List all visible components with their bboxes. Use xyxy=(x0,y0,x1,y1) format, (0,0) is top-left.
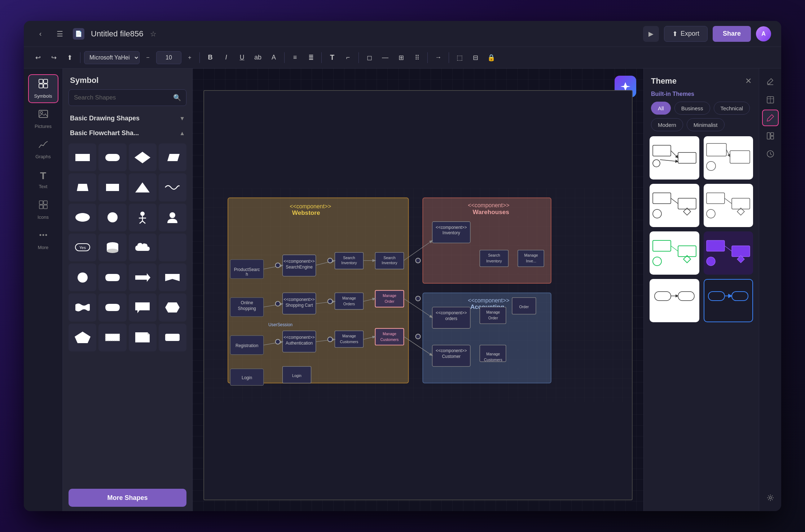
shape-trapezoid[interactable] xyxy=(69,173,96,201)
star-icon[interactable]: ☆ xyxy=(150,30,157,38)
bold-button[interactable]: B xyxy=(203,51,217,65)
sidebar-item-graphs[interactable]: Graphs xyxy=(28,135,58,164)
menu-button[interactable]: ☰ xyxy=(53,27,66,40)
shape-wave[interactable] xyxy=(159,173,186,201)
theme-card-3[interactable] xyxy=(650,184,699,227)
sidebar-item-icons[interactable]: Icons xyxy=(28,195,58,224)
shape-ellipse[interactable] xyxy=(69,204,96,231)
dots-button[interactable]: ⠿ xyxy=(410,51,424,65)
underline-button[interactable]: U xyxy=(235,51,249,65)
share-button[interactable]: Share xyxy=(713,26,751,42)
svg-text:Authentication: Authentication xyxy=(286,341,313,346)
toolbar-divider-2 xyxy=(199,52,200,63)
shape-stadium[interactable] xyxy=(98,293,126,321)
shape-wave2[interactable] xyxy=(69,293,96,321)
right-history-button[interactable] xyxy=(762,146,779,162)
fill-button[interactable]: ◻ xyxy=(362,51,376,65)
shape-rounded-rect[interactable] xyxy=(98,143,126,171)
svg-text:UserSession: UserSession xyxy=(268,322,292,327)
font-color-button[interactable]: A xyxy=(267,51,281,65)
shape-pentagon[interactable] xyxy=(69,324,96,351)
shape-circle2[interactable] xyxy=(69,263,96,291)
sidebar-item-more[interactable]: More xyxy=(28,226,58,254)
theme-card-8[interactable] xyxy=(704,279,753,322)
sidebar-item-text[interactable]: T Text xyxy=(28,165,58,194)
border-button[interactable]: ⊞ xyxy=(394,51,408,65)
shapes-row-1 xyxy=(69,143,186,171)
text-button[interactable]: T xyxy=(325,51,339,65)
svg-text:Manage: Manage xyxy=(383,293,396,298)
basic-drawing-section-header[interactable]: Basic Drawing Shapes ▼ xyxy=(63,111,192,126)
redo-button[interactable]: ↪ xyxy=(47,51,61,65)
strikethrough-button[interactable]: ab xyxy=(251,51,265,65)
search-input[interactable] xyxy=(74,94,170,101)
shape-note[interactable] xyxy=(129,324,157,351)
svg-rect-14 xyxy=(105,154,120,161)
theme-card-2[interactable] xyxy=(704,136,753,179)
svg-line-26 xyxy=(142,221,145,223)
basic-flowchart-section-header[interactable]: Basic Flowchart Sha... ▲ xyxy=(63,126,192,141)
right-table-button[interactable] xyxy=(762,92,779,108)
theme-filter-business[interactable]: Business xyxy=(674,102,710,115)
italic-button[interactable]: I xyxy=(219,51,233,65)
line-button[interactable]: — xyxy=(378,51,392,65)
right-settings-button[interactable] xyxy=(762,489,779,506)
group-button[interactable]: ⊟ xyxy=(469,51,482,65)
sidebar-item-pictures[interactable]: Pictures xyxy=(28,105,58,133)
theme-card-6[interactable] xyxy=(704,231,753,275)
shape-yes-badge[interactable]: Yes xyxy=(69,234,96,261)
text-icon: T xyxy=(40,170,46,182)
shape-arrow-shape[interactable] xyxy=(129,263,157,291)
connector-button[interactable]: ⌐ xyxy=(341,51,355,65)
shape-speech-bubble[interactable] xyxy=(129,293,157,321)
shape-skew-rect[interactable] xyxy=(98,173,126,201)
font-select[interactable]: Microsoft YaHei xyxy=(84,51,140,64)
shape-hexagon[interactable] xyxy=(159,293,186,321)
right-brush-button[interactable] xyxy=(762,110,779,126)
shape-triangle[interactable] xyxy=(129,173,157,201)
line-spacing-button[interactable]: ≣ xyxy=(304,51,318,65)
left-sidebar: Symbols Pictures Graphs xyxy=(24,68,63,511)
shape-person[interactable] xyxy=(129,204,157,231)
undo-button[interactable]: ↩ xyxy=(31,51,45,65)
diagram-container: <<component>> Webstore <<component>> War… xyxy=(203,90,633,500)
shape-cloud[interactable] xyxy=(129,234,157,261)
theme-card-4[interactable] xyxy=(704,184,753,227)
export-button[interactable]: ⬆ Export xyxy=(664,26,708,42)
shape-circle[interactable] xyxy=(98,204,126,231)
cursor-button[interactable]: ⬆ xyxy=(63,51,76,65)
lock-button[interactable]: 🔒 xyxy=(484,51,498,65)
theme-card-1[interactable] xyxy=(650,136,699,179)
font-size-increase[interactable]: + xyxy=(184,52,196,64)
theme-filter-modern[interactable]: Modern xyxy=(651,118,683,131)
play-button[interactable]: ▶ xyxy=(643,26,659,42)
shape-person-head[interactable] xyxy=(159,204,186,231)
right-edit-button[interactable] xyxy=(762,74,779,90)
shape-blank[interactable] xyxy=(159,234,186,261)
font-size-decrease[interactable]: − xyxy=(142,52,154,64)
shape-parallelogram[interactable] xyxy=(159,143,186,171)
shape-rectangle[interactable] xyxy=(69,143,96,171)
svg-point-33 xyxy=(78,272,88,283)
shape-cylinder[interactable] xyxy=(98,234,126,261)
back-button[interactable]: ‹ xyxy=(34,27,47,40)
shape-curved-rect[interactable] xyxy=(98,263,126,291)
theme-filter-minimalist[interactable]: Minimalist xyxy=(687,118,725,131)
sidebar-item-symbols[interactable]: Symbols xyxy=(28,74,58,103)
svg-rect-0 xyxy=(39,79,43,83)
canvas-area[interactable]: <<component>> Webstore <<component>> War… xyxy=(193,68,643,511)
more-shapes-button[interactable]: More Shapes xyxy=(69,489,186,507)
arrow-button[interactable]: → xyxy=(431,51,445,65)
align-button[interactable]: ≡ xyxy=(288,51,302,65)
theme-filter-technical[interactable]: Technical xyxy=(714,102,750,115)
right-layout-button[interactable] xyxy=(762,128,779,144)
theme-card-5[interactable] xyxy=(650,231,699,275)
shape-rect-dashed[interactable] xyxy=(98,324,126,351)
theme-panel-close[interactable]: ✕ xyxy=(745,76,752,86)
shape-notch[interactable] xyxy=(159,263,186,291)
theme-filter-all[interactable]: All xyxy=(651,102,671,115)
frame-button[interactable]: ⬚ xyxy=(453,51,466,65)
shape-diamond[interactable] xyxy=(129,143,157,171)
shape-rounded-corners[interactable] xyxy=(159,324,186,351)
theme-card-7[interactable] xyxy=(650,279,699,322)
